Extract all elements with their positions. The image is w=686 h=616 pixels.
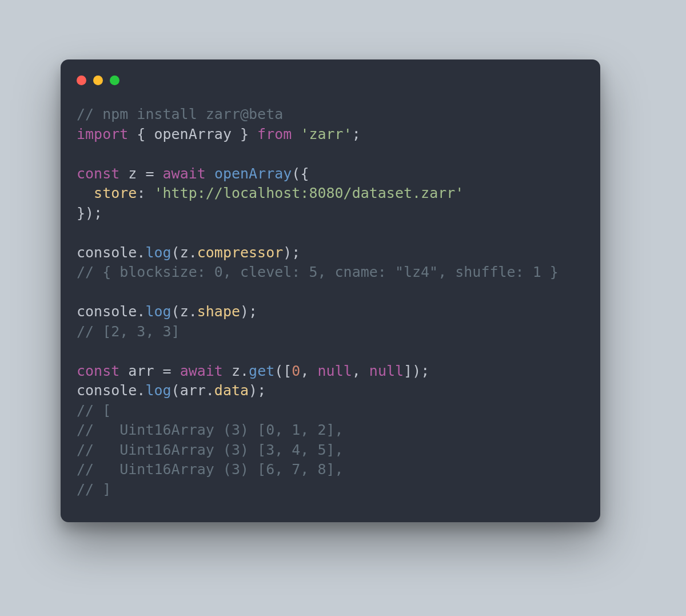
- punct: =: [154, 363, 180, 379]
- punct: );: [240, 303, 257, 320]
- number: 0: [292, 363, 300, 379]
- punct: (: [172, 244, 180, 261]
- string: 'zarr': [300, 126, 352, 142]
- identifier: arr: [180, 382, 206, 399]
- keyword-const: const: [77, 363, 119, 379]
- close-icon[interactable]: [77, 75, 86, 85]
- property: compressor: [197, 244, 284, 261]
- property: shape: [197, 303, 240, 320]
- space: [119, 363, 128, 379]
- punct: .: [137, 382, 145, 399]
- keyword-await: await: [163, 165, 206, 182]
- punct: ([: [274, 363, 292, 379]
- keyword-from: from: [257, 126, 292, 142]
- zoom-icon[interactable]: [110, 75, 119, 85]
- punct: ;: [352, 126, 361, 142]
- window-traffic-lights: [77, 75, 584, 85]
- identifier: console: [77, 303, 137, 320]
- keyword-await: await: [180, 363, 223, 379]
- identifier: arr: [128, 363, 154, 379]
- keyword-null: null: [369, 363, 404, 379]
- keyword-const: const: [77, 165, 119, 182]
- property: data: [214, 382, 249, 399]
- code-comment: // ]: [77, 481, 111, 498]
- identifier: console: [77, 382, 137, 399]
- punct: );: [283, 244, 300, 261]
- space: [223, 363, 232, 379]
- punct: (: [172, 382, 180, 399]
- identifier: z: [128, 165, 137, 182]
- punct: (: [172, 303, 180, 320]
- indent: [77, 185, 94, 201]
- code-comment: // npm install zarr@beta: [77, 106, 283, 122]
- code-comment: // [2, 3, 3]: [77, 323, 180, 340]
- identifier: z: [180, 244, 189, 261]
- code-comment: // Uint16Array (3) [6, 7, 8],: [77, 461, 344, 478]
- punct: });: [77, 205, 102, 221]
- brace: {: [128, 126, 154, 142]
- punct: );: [249, 382, 266, 399]
- code-comment: // [: [77, 402, 111, 419]
- code-comment: // Uint16Array (3) [0, 1, 2],: [77, 422, 344, 438]
- code-block: // npm install zarr@beta import { openAr…: [77, 105, 584, 499]
- code-comment: // { blocksize: 0, clevel: 5, cname: "lz…: [77, 264, 559, 280]
- punct: .: [137, 244, 145, 261]
- space: [119, 165, 128, 182]
- keyword-import: import: [77, 126, 128, 142]
- punct: .: [189, 244, 197, 261]
- punct: ,: [352, 363, 369, 379]
- punct: .: [137, 303, 145, 320]
- function-call: log: [145, 382, 171, 399]
- punct: ({: [292, 165, 309, 182]
- punct: ,: [300, 363, 317, 379]
- brace: }: [232, 126, 257, 142]
- stage: // npm install zarr@beta import { openAr…: [0, 0, 686, 616]
- punct: .: [189, 303, 197, 320]
- property: store: [94, 185, 137, 201]
- function-call: log: [145, 244, 171, 261]
- space: [292, 126, 300, 142]
- identifier: console: [77, 244, 137, 261]
- function-call: openArray: [214, 165, 292, 182]
- minimize-icon[interactable]: [93, 75, 103, 85]
- punct: ]);: [404, 363, 429, 379]
- space: [206, 165, 214, 182]
- punct: :: [137, 185, 154, 201]
- keyword-null: null: [318, 363, 352, 379]
- string: 'http://localhost:8080/dataset.zarr': [154, 185, 464, 201]
- identifier: openArray: [154, 126, 231, 142]
- identifier: z: [180, 303, 189, 320]
- function-call: get: [249, 363, 274, 379]
- punct: =: [137, 165, 162, 182]
- code-comment: // Uint16Array (3) [3, 4, 5],: [77, 442, 344, 458]
- punct: .: [206, 382, 214, 399]
- punct: .: [240, 363, 249, 379]
- identifier: z: [232, 363, 240, 379]
- function-call: log: [145, 303, 171, 320]
- code-window: // npm install zarr@beta import { openAr…: [61, 59, 600, 522]
